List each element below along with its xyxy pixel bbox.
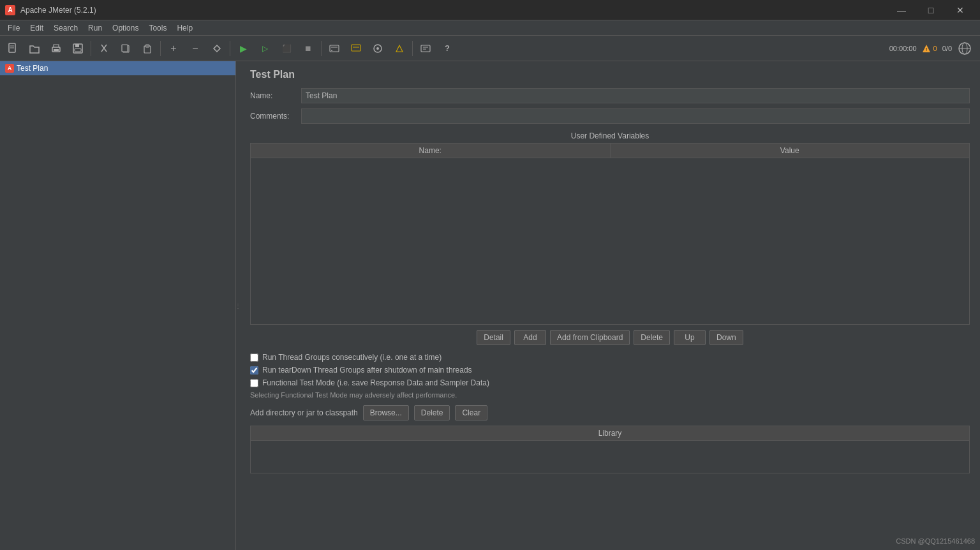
svg-rect-4 — [54, 49, 59, 51]
table-header-name: Name: — [251, 144, 611, 158]
table-body — [251, 158, 969, 324]
copy-button[interactable] — [115, 38, 136, 59]
toolbar-sep-1 — [91, 41, 91, 56]
toolbar-sep-4 — [321, 41, 322, 56]
menu-options[interactable]: Options — [107, 20, 144, 36]
remote-stop-all-button[interactable] — [389, 38, 410, 59]
checkbox-row-3: Functional Test Mode (i.e. save Response… — [250, 378, 970, 387]
run-consecutive-checkbox[interactable] — [250, 353, 258, 362]
toolbar-sep-2 — [160, 41, 161, 56]
menu-bar: File Edit Search Run Options Tools Help — [0, 20, 980, 36]
title-bar: A Apache JMeter (5.2.1) — □ ✕ — [0, 0, 980, 20]
clear-all-button[interactable] — [415, 38, 436, 59]
print-button[interactable] — [46, 38, 66, 59]
down-button[interactable]: Down — [709, 330, 743, 345]
add-variable-button[interactable]: Add — [514, 330, 546, 345]
add-toolbar-button[interactable]: + — [163, 38, 184, 59]
up-button[interactable]: Up — [674, 330, 706, 345]
classpath-row: Add directory or jar to classpath Browse… — [250, 405, 970, 420]
table-header-row: Name: Value — [251, 144, 969, 158]
menu-search[interactable]: Search — [48, 20, 83, 36]
panel-title: Test Plan — [250, 69, 970, 80]
delete-variable-button[interactable]: Delete — [634, 330, 670, 345]
add-from-clipboard-button[interactable]: Add from Clipboard — [550, 330, 630, 345]
title-bar-controls: — □ ✕ — [887, 0, 975, 20]
toolbar: + − ▶ ▷ ⬛ ⏹ ? 00:00:00 ! 0 0/0 — [0, 36, 980, 61]
functional-note: Selecting Functional Test Mode may adver… — [250, 391, 970, 399]
watermark: CSDN @QQ1215461468 — [896, 537, 975, 545]
variables-btn-row: Detail Add Add from Clipboard Delete Up … — [250, 330, 970, 345]
shutdown-button[interactable]: ⏹ — [298, 38, 318, 59]
toolbar-sep-5 — [412, 41, 413, 56]
remote-start-all-button[interactable] — [346, 38, 366, 59]
tree-item-icon: A — [5, 64, 14, 73]
comments-label: Comments: — [250, 112, 301, 121]
cut-button[interactable] — [94, 38, 114, 59]
svg-rect-11 — [122, 45, 128, 52]
menu-help[interactable]: Help — [172, 20, 198, 36]
comments-input[interactable] — [301, 108, 970, 124]
app-title: Apache JMeter (5.2.1) — [20, 6, 96, 15]
globe-icon — [957, 41, 972, 56]
sidebar: A Test Plan — [0, 61, 236, 550]
checkbox-row-2: Run tearDown Thread Groups after shutdow… — [250, 366, 970, 375]
browse-button[interactable]: Browse... — [363, 405, 409, 420]
minimize-button[interactable]: — — [887, 0, 916, 20]
run-teardown-checkbox[interactable] — [250, 366, 258, 375]
paste-button[interactable] — [137, 38, 158, 59]
app-icon: A — [5, 5, 15, 15]
run-consecutive-label: Run Thread Groups consecutively (i.e. on… — [262, 353, 442, 362]
save-button[interactable] — [68, 38, 88, 59]
open-button[interactable] — [24, 38, 45, 59]
svg-marker-21 — [396, 45, 403, 52]
name-row: Name: — [250, 88, 970, 103]
maximize-button[interactable]: □ — [916, 0, 946, 20]
toolbar-status: 00:00:00 ! 0 0/0 — [889, 41, 972, 56]
stop-button[interactable]: ⬛ — [276, 38, 297, 59]
svg-rect-6 — [75, 44, 79, 47]
close-button[interactable]: ✕ — [946, 0, 975, 20]
delete-classpath-button[interactable]: Delete — [414, 405, 450, 420]
tree-item-test-plan[interactable]: A Test Plan — [0, 61, 235, 75]
menu-tools[interactable]: Tools — [144, 20, 172, 36]
toolbar-sep-3 — [230, 41, 230, 56]
menu-file[interactable]: File — [3, 20, 25, 36]
table-header-value: Value — [611, 144, 970, 158]
error-display: 0/0 — [942, 45, 952, 52]
help-toolbar-button[interactable]: ? — [437, 38, 457, 59]
start-no-pause-button[interactable]: ▷ — [255, 38, 275, 59]
remote-stop-button[interactable] — [368, 38, 388, 59]
functional-mode-label: Functional Test Mode (i.e. save Response… — [262, 378, 489, 387]
warning-badge: ! 0 — [922, 44, 937, 53]
remove-toolbar-button[interactable]: − — [185, 38, 205, 59]
svg-rect-7 — [75, 48, 81, 52]
svg-rect-14 — [330, 45, 339, 52]
toggle-button[interactable] — [207, 38, 227, 59]
tree-item-label: Test Plan — [17, 64, 48, 73]
svg-point-15 — [331, 50, 332, 51]
functional-mode-checkbox[interactable] — [250, 379, 258, 387]
menu-edit[interactable]: Edit — [25, 20, 48, 36]
menu-run[interactable]: Run — [83, 20, 107, 36]
timer-display: 00:00:00 — [889, 45, 917, 52]
library-table-container: Library — [250, 426, 970, 473]
new-button[interactable] — [3, 38, 23, 59]
svg-text:!: ! — [925, 47, 926, 52]
variables-table-container: Name: Value — [250, 143, 970, 325]
content-panel: Test Plan Name: Comments: User Defined V… — [240, 61, 980, 550]
detail-button[interactable]: Detail — [477, 330, 510, 345]
run-teardown-label: Run tearDown Thread Groups after shutdow… — [262, 366, 472, 375]
svg-rect-22 — [421, 45, 430, 52]
comments-row: Comments: — [250, 108, 970, 124]
name-input[interactable] — [301, 88, 970, 103]
clear-button[interactable]: Clear — [455, 405, 487, 420]
main-layout: A Test Plan ⋮ Test Plan Name: Comments: … — [0, 61, 980, 550]
udv-section-title: User Defined Variables — [250, 131, 970, 140]
svg-point-20 — [376, 47, 379, 50]
checkbox-row-1: Run Thread Groups consecutively (i.e. on… — [250, 353, 970, 362]
library-body — [251, 441, 969, 473]
warning-count: 0 — [933, 45, 937, 52]
name-label: Name: — [250, 91, 301, 100]
start-button[interactable]: ▶ — [233, 38, 253, 59]
remote-start-button[interactable] — [324, 38, 345, 59]
